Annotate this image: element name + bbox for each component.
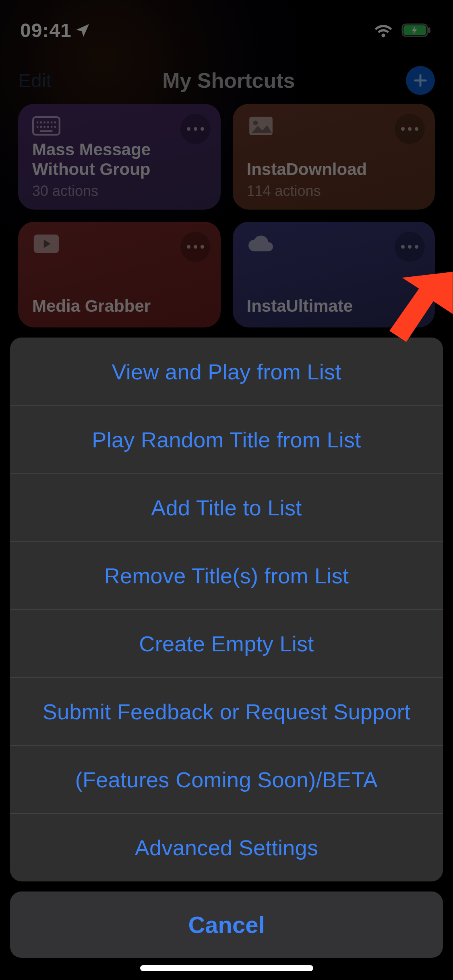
action-play-random[interactable]: Play Random Title from List: [10, 406, 443, 474]
action-remove-title[interactable]: Remove Title(s) from List: [10, 541, 443, 609]
action-create-empty[interactable]: Create Empty List: [10, 609, 443, 677]
home-indicator[interactable]: [140, 965, 313, 971]
annotation-arrow-icon: [372, 268, 453, 352]
action-beta[interactable]: (Features Coming Soon)/BETA: [10, 745, 443, 813]
action-feedback[interactable]: Submit Feedback or Request Support: [10, 677, 443, 745]
cancel-button[interactable]: Cancel: [10, 891, 443, 958]
action-sheet: View and Play from List Play Random Titl…: [10, 338, 443, 958]
action-advanced[interactable]: Advanced Settings: [10, 813, 443, 881]
action-add-title[interactable]: Add Title to List: [10, 474, 443, 541]
